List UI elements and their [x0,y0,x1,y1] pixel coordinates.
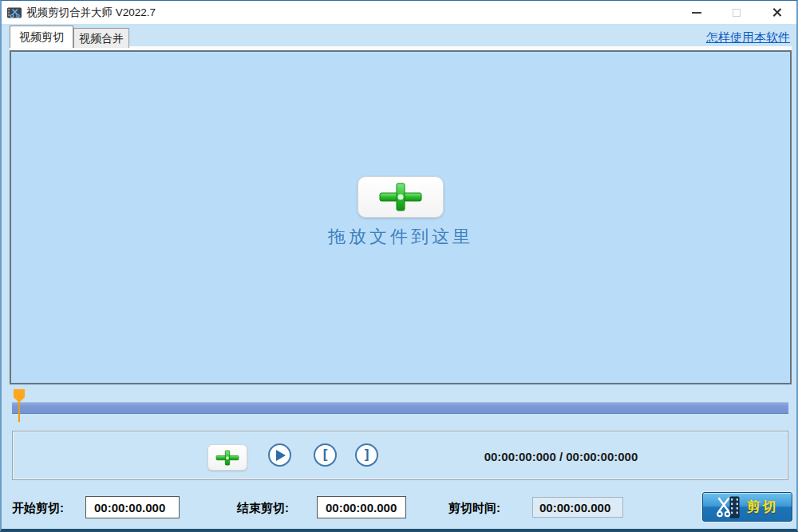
app-icon [7,6,22,19]
start-cut-input[interactable] [85,496,180,518]
timeline-track[interactable] [12,402,788,414]
minimize-button[interactable] [677,1,717,24]
window-title: 视频剪切合并大师 V2022.7 [26,6,156,20]
drop-panel[interactable]: 拖放文件到这里 [10,50,792,384]
plus-icon [215,449,239,467]
cut-button-label: 剪切 [747,498,779,516]
cut-duration-value [532,497,623,518]
help-link[interactable]: 怎样使用本软件 [706,30,790,45]
add-file-button[interactable] [358,176,444,218]
end-cut-label: 结束剪切: [237,501,289,516]
timeline-marker[interactable] [14,389,25,397]
minimize-icon [692,12,701,14]
end-cut-input[interactable] [317,496,406,518]
app-window: 视频剪切合并大师 V2022.7 视频剪切 视频合并 怎样使用本软件 [0,0,798,532]
mark-start-button[interactable]: [ [314,443,337,467]
cut-button[interactable]: 剪切 [702,492,792,522]
add-button-small[interactable] [207,444,247,471]
player-controls-group: [ ] 00:00:00:000 / 00:00:00:000 [12,431,788,480]
mark-end-button[interactable]: ] [355,443,378,467]
bracket-left-icon: [ [323,447,328,461]
play-button[interactable] [268,443,291,467]
window-controls [677,1,796,24]
cut-duration-label: 剪切时间: [448,501,500,516]
time-display: 00:00:00:000 / 00:00:00:000 [465,450,657,463]
maximize-button[interactable] [717,1,757,24]
tab-video-merge[interactable]: 视频合并 [73,28,129,48]
close-icon [772,7,782,18]
play-icon [276,450,286,461]
maximize-icon [733,9,741,17]
tab-video-cut[interactable]: 视频剪切 [10,26,73,48]
scissors-filmstrip-icon [717,496,741,518]
drop-hint-text: 拖放文件到这里 [328,225,473,249]
close-button[interactable] [757,1,796,24]
plus-icon [378,182,423,212]
start-cut-label: 开始剪切: [12,501,64,516]
title-bar: 视频剪切合并大师 V2022.7 [2,1,796,24]
bracket-right-icon: ] [365,447,369,461]
